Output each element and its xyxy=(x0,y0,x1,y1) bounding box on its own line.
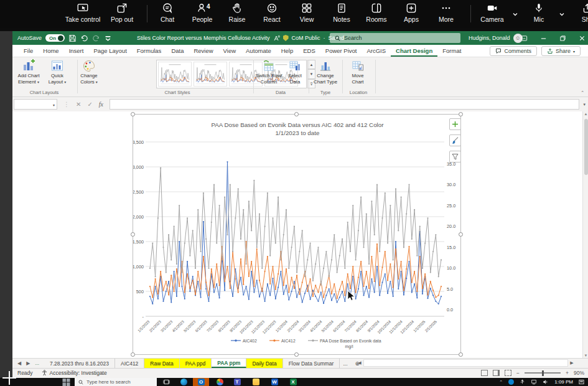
zoom-slider[interactable] xyxy=(525,372,561,374)
ribbon-display-icon[interactable] xyxy=(521,35,528,42)
sheet-nav-right[interactable]: ▶ xyxy=(26,360,30,366)
change-colors-button[interactable]: Change Colors ▾ xyxy=(77,59,101,85)
undo-button[interactable] xyxy=(80,34,88,42)
zoom-slider-thumb[interactable] xyxy=(542,370,544,376)
sheet-tab-paa-ppm[interactable]: PAA ppm xyxy=(212,359,246,368)
sheet-nav-more[interactable]: ... xyxy=(35,360,39,366)
chart-style-thumbnail[interactable] xyxy=(194,62,227,87)
excel-icon[interactable]: X xyxy=(285,378,301,386)
notification-icon[interactable] xyxy=(579,379,584,385)
camera-button[interactable]: Camera xyxy=(474,2,510,23)
cancel-icon[interactable]: ✕ xyxy=(76,101,81,108)
onedrive-icon[interactable] xyxy=(508,379,514,385)
sheet-tab-aic412[interactable]: AIC412 xyxy=(115,359,144,368)
zoom-out-button[interactable]: − xyxy=(516,370,520,376)
chart-object[interactable]: PAA Dose Based on Evonik Data versus AIC… xyxy=(133,114,461,355)
insert-function-icon[interactable]: fx xyxy=(99,101,103,108)
chart-styles-button[interactable] xyxy=(449,134,461,146)
scroll-down-arrow[interactable]: ▼ xyxy=(584,354,588,357)
accessibility-status[interactable]: Accessibility: Investigate xyxy=(50,370,107,376)
enter-icon[interactable]: ✓ xyxy=(87,101,92,108)
task-view-button[interactable] xyxy=(158,378,174,386)
resize-handle[interactable] xyxy=(131,112,135,116)
ribbon-tab-page-layout[interactable]: Page Layout xyxy=(88,47,131,57)
sheet-tab-paa-ppd[interactable]: PAA ppd xyxy=(180,359,212,368)
ribbon-tab-eds[interactable]: EDS xyxy=(298,47,320,57)
autosave-toggle[interactable]: On xyxy=(45,34,65,42)
ribbon-tab-home[interactable]: Home xyxy=(38,47,63,57)
outlook-icon[interactable]: O xyxy=(193,378,209,386)
scroll-thumb[interactable] xyxy=(584,119,588,175)
sheet-tab-7-28-2023-thru-8-16-2023[interactable]: 7.28.2023 thru 8.16.2023 xyxy=(44,359,115,368)
sheet-tab-flow-data-summar[interactable]: Flow Data Summar xyxy=(283,359,340,368)
chart-elements-button[interactable] xyxy=(449,118,461,130)
title-search-box[interactable]: Search xyxy=(330,33,460,43)
change-chart-type-button[interactable]: Change Chart Type xyxy=(312,59,339,85)
add-chart-element-button[interactable]: Add Chart Element ▾ xyxy=(16,59,41,85)
redo-button[interactable] xyxy=(92,34,100,42)
more-button[interactable]: More xyxy=(428,2,464,23)
hscroll-right-arrow[interactable]: ▶ xyxy=(568,360,576,365)
comments-button[interactable]: Comments xyxy=(490,46,537,56)
resize-handle[interactable] xyxy=(294,352,299,357)
edge-icon[interactable] xyxy=(175,378,192,386)
volume-icon[interactable] xyxy=(543,379,549,385)
react-button[interactable]: React xyxy=(254,2,290,23)
mic-button[interactable]: Mic xyxy=(521,2,557,23)
pop-out-button[interactable]: Pop out xyxy=(104,2,140,23)
chart-style-thumbnail[interactable] xyxy=(158,62,192,87)
resize-handle[interactable] xyxy=(459,112,463,116)
ribbon-tab-format[interactable]: Format xyxy=(437,47,466,57)
horizontal-scrollbar[interactable] xyxy=(363,359,568,367)
word-icon[interactable]: W xyxy=(266,378,282,386)
teams-icon[interactable]: T xyxy=(229,378,245,386)
name-box[interactable]: ▾ xyxy=(14,99,57,110)
sensitivity-label[interactable]: CoM Public xyxy=(292,35,320,41)
network-icon[interactable] xyxy=(531,379,537,385)
zoom-level[interactable]: 90% xyxy=(574,370,584,376)
ribbon-tab-automate[interactable]: Automate xyxy=(241,47,276,57)
ribbon-tab-review[interactable]: Review xyxy=(189,47,218,57)
save-button[interactable] xyxy=(68,34,77,42)
taskbar-search-box[interactable]: Type here to search xyxy=(75,378,157,386)
formula-input[interactable] xyxy=(110,99,579,110)
ribbon-tab-data[interactable]: Data xyxy=(166,47,189,57)
zoom-in-button[interactable]: + xyxy=(566,370,569,376)
clock[interactable]: 1:09 PM xyxy=(554,379,573,385)
resize-handle[interactable] xyxy=(459,232,463,237)
minimize-icon[interactable] xyxy=(540,35,547,42)
ribbon-tab-insert[interactable]: Insert xyxy=(64,47,89,57)
vertical-scrollbar[interactable]: ▲ ▼ xyxy=(582,111,588,358)
ribbon-tab-arcgis[interactable]: ArcGIS xyxy=(362,47,391,57)
tabs-overflow[interactable]: ... xyxy=(340,359,350,368)
page-layout-view-button[interactable] xyxy=(493,370,500,376)
formula-bar-expand-chevron[interactable]: ▾ xyxy=(583,102,586,107)
page-break-view-button[interactable] xyxy=(505,370,511,376)
people-button[interactable]: 4 People xyxy=(184,2,220,23)
resize-handle[interactable] xyxy=(459,352,463,357)
sheet-nav-left[interactable]: ◀ xyxy=(17,360,21,366)
chrome-icon[interactable] xyxy=(212,378,228,386)
name-box-chevron[interactable]: ▾ xyxy=(53,103,55,107)
rooms-button[interactable]: Rooms xyxy=(358,2,394,23)
collapse-ribbon-chevron[interactable]: ⌃ xyxy=(581,90,584,95)
ribbon-tab-help[interactable]: Help xyxy=(276,47,299,57)
normal-view-button[interactable] xyxy=(481,370,488,376)
start-button[interactable] xyxy=(62,379,70,386)
notes-button[interactable]: Notes xyxy=(324,2,360,23)
resize-handle[interactable] xyxy=(131,232,135,237)
select-data-button[interactable]: Select Data xyxy=(282,59,307,85)
hscroll-left-arrow[interactable]: ◀ xyxy=(356,360,363,365)
chart-filters-button[interactable] xyxy=(449,151,461,162)
apps-button[interactable]: Apps xyxy=(393,2,429,23)
close-icon[interactable] xyxy=(579,35,586,42)
ribbon-tab-power-pivot[interactable]: Power Pivot xyxy=(320,47,362,57)
ribbon-tab-view[interactable]: View xyxy=(218,47,241,57)
tray-chevron-icon[interactable]: ⌃ xyxy=(499,380,503,385)
mic-options-chevron[interactable] xyxy=(559,9,565,20)
take-control-button[interactable]: Take control xyxy=(65,2,101,23)
chat-button[interactable]: Chat xyxy=(149,2,185,23)
camera-options-chevron[interactable] xyxy=(512,9,518,20)
view-button[interactable]: View xyxy=(289,2,325,23)
scroll-up-arrow[interactable]: ▲ xyxy=(584,112,588,116)
